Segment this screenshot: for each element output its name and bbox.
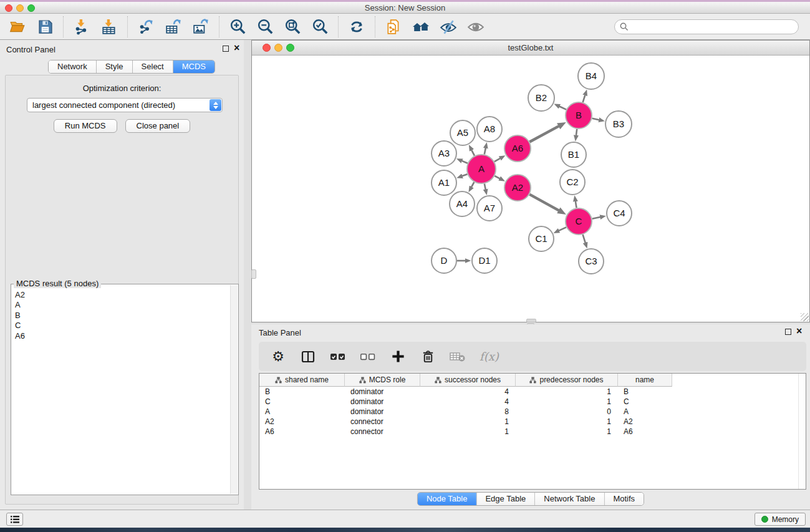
graph-edge-A-A7[interactable] [485, 184, 486, 190]
graph-edge-A2-C[interactable] [529, 195, 559, 211]
network-window-titlebar[interactable]: testGlobe.txt [252, 41, 809, 56]
tab-style[interactable]: Style [97, 60, 133, 73]
control-panel-header: Control Panel × [0, 40, 244, 59]
table-row[interactable]: Bdominator41B [259, 387, 806, 397]
tab-edge-table[interactable]: Edge Table [476, 493, 535, 505]
graph-edge-A-A3[interactable] [462, 161, 468, 163]
graph-edge-A-A5[interactable] [471, 150, 475, 156]
deselect-all-columns-button[interactable] [360, 349, 376, 365]
table-row[interactable]: Adominator80A [259, 407, 806, 417]
criterion-select[interactable]: largest connected component (directed) [27, 98, 223, 112]
save-session-button[interactable] [36, 18, 54, 36]
table-row[interactable]: A2connector11A2 [259, 417, 806, 427]
zoom-in-button[interactable] [229, 18, 246, 36]
network-horizontal-scrollbar[interactable] [526, 319, 536, 322]
float-table-panel-icon[interactable] [785, 329, 791, 335]
show-panel-button[interactable] [467, 18, 485, 36]
export-image-button[interactable] [192, 18, 210, 36]
zoom-fit-button[interactable] [284, 18, 301, 36]
graph-node-label: B4 [586, 70, 597, 81]
table-cell: B [618, 387, 672, 397]
export-network-button[interactable] [137, 18, 155, 36]
graph-node-label: D [441, 255, 448, 266]
minimize-window-button[interactable] [16, 4, 24, 12]
tab-motifs[interactable]: Motifs [604, 493, 644, 505]
zoom-out-button[interactable] [256, 18, 274, 36]
run-mcds-button[interactable]: Run MCDS [54, 119, 117, 133]
graph-edge-B-B3[interactable] [592, 118, 599, 120]
mcds-result-item[interactable]: B [15, 311, 230, 321]
mcds-result-item[interactable]: A2 [15, 290, 230, 300]
open-session-button[interactable] [9, 18, 26, 36]
delete-column-button[interactable] [420, 349, 436, 365]
tab-network[interactable]: Network [49, 60, 97, 73]
delete-table-button[interactable] [450, 349, 466, 365]
tab-mcds[interactable]: MCDS [173, 60, 215, 73]
export-table-button[interactable] [165, 18, 182, 36]
graph-edge-C-C3[interactable] [583, 235, 586, 243]
column-header-name[interactable]: name [618, 374, 672, 387]
graph-edge-C-C1[interactable] [559, 227, 566, 231]
graph-edge-B-B1[interactable] [576, 129, 577, 135]
task-history-button[interactable] [6, 513, 23, 526]
network-vertical-scrollbar[interactable] [251, 269, 256, 279]
mcds-result-item[interactable]: C [15, 321, 230, 331]
close-table-panel-icon[interactable]: × [796, 326, 802, 337]
table-row[interactable]: Cdominator41C [259, 397, 806, 407]
graph-edge-A-A6[interactable] [494, 158, 500, 162]
mcds-result-item[interactable]: A6 [15, 331, 230, 341]
minimize-network-window-button[interactable] [274, 44, 282, 52]
table-cell: C [259, 397, 345, 407]
mcds-list-scrollbar[interactable] [230, 285, 238, 494]
search-icon [620, 22, 629, 34]
optimization-criterion-label: Optimization criterion: [6, 84, 238, 93]
hide-panel-button[interactable] [440, 18, 457, 36]
close-panel-icon[interactable]: × [234, 42, 239, 54]
toggle-column-view-button[interactable] [300, 349, 316, 365]
graph-edge-A-A8[interactable] [485, 148, 486, 154]
column-header-shared-name[interactable]: shared name [259, 374, 345, 387]
window-title: Session: New Session [0, 2, 810, 14]
tab-node-table[interactable]: Node Table [418, 493, 477, 505]
column-header-MCDS-role[interactable]: MCDS role [345, 374, 420, 387]
graph-edge-C-C2[interactable] [576, 201, 577, 208]
window-resize-grip[interactable] [801, 313, 809, 321]
window-titlebar[interactable]: Session: New Session [0, 2, 810, 14]
tab-network-table[interactable]: Network Table [535, 493, 604, 505]
duplicate-network-button[interactable] [385, 18, 402, 36]
add-column-button[interactable] [390, 349, 406, 365]
graph-edge-C-C4[interactable] [592, 217, 600, 219]
zoom-network-window-button[interactable] [286, 44, 294, 52]
function-builder-button[interactable]: f(x) [480, 349, 499, 365]
graph-edge-A-A2[interactable] [494, 176, 499, 178]
table-row[interactable]: A6connector11A6 [259, 427, 806, 437]
mcds-result-item[interactable]: A [15, 300, 230, 310]
graph-edge-A6-B[interactable] [529, 126, 559, 142]
column-header-successor-nodes[interactable]: successor nodes [420, 374, 516, 387]
import-table-button[interactable] [100, 18, 118, 36]
select-all-columns-button[interactable] [330, 349, 346, 365]
import-network-button[interactable] [73, 18, 90, 36]
export-image-icon [193, 19, 209, 35]
close-window-button[interactable] [5, 4, 12, 12]
column-header-predecessor-nodes[interactable]: predecessor nodes [516, 374, 618, 387]
tab-select[interactable]: Select [133, 60, 173, 73]
zoom-selected-button[interactable] [311, 18, 329, 36]
close-panel-button[interactable]: Close panel [125, 119, 191, 133]
network-canvas[interactable]: B4B2BB3A5A8A6A3AB1A1C2A2A4A7CC4C1C3DD1 [252, 56, 809, 322]
memory-button[interactable]: Memory [755, 513, 806, 526]
search-input[interactable] [614, 19, 799, 34]
graph-edge-B-B2[interactable] [559, 107, 566, 110]
table-cell: 4 [420, 397, 516, 407]
zoom-window-button[interactable] [27, 4, 35, 12]
graph-edge-A-A4[interactable] [471, 182, 474, 187]
table-scrollbar[interactable] [798, 374, 806, 489]
graph-edge-B-B4[interactable] [583, 95, 586, 102]
graph-edge-A-A1[interactable] [462, 174, 467, 176]
table-settings-button[interactable]: ⚙ [270, 349, 286, 365]
refresh-layout-button[interactable] [348, 18, 365, 36]
float-panel-icon[interactable] [223, 46, 229, 52]
graph-node-label: C2 [566, 177, 578, 187]
close-network-window-button[interactable] [263, 44, 271, 52]
show-networks-button[interactable] [412, 18, 430, 36]
